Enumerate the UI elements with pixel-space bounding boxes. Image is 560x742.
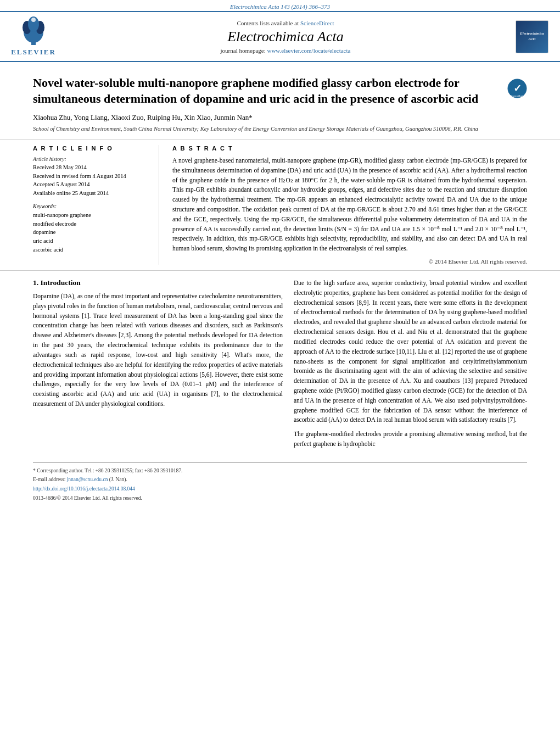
abstract-header: A B S T R A C T bbox=[172, 145, 527, 152]
keywords-section: Keywords: multi-nanopore graphene modifi… bbox=[33, 203, 151, 254]
elsevier-wordmark: ELSEVIER bbox=[11, 48, 56, 57]
journal-logo-box: ElectrochimicaActa bbox=[516, 20, 548, 53]
svg-text:CrossMark: CrossMark bbox=[511, 94, 524, 98]
left-body-column: 1. Introduction Dopamine (DA), as one of… bbox=[33, 278, 283, 454]
abstract-text: A novel graphene-based nanomaterial, mul… bbox=[172, 156, 527, 254]
svg-text:✓: ✓ bbox=[513, 83, 522, 94]
intro-paragraph-1: Dopamine (DA), as one of the most import… bbox=[33, 292, 283, 409]
homepage-label: journal homepage: bbox=[221, 47, 267, 54]
copyright-line: © 2014 Elsevier Ltd. All rights reserved… bbox=[172, 258, 527, 265]
accepted-date: Accepted 5 August 2014 bbox=[33, 180, 151, 189]
journal-header-center: Contents lists available at ScienceDirec… bbox=[64, 20, 507, 54]
article-info-panel: A R T I C L E I N F O Article history: R… bbox=[33, 145, 159, 265]
crossmark-logo: ✓ CrossMark bbox=[507, 79, 527, 98]
article-history-group: Article history: Received 28 May 2014 Re… bbox=[33, 156, 151, 198]
contents-available-line: Contents lists available at ScienceDirec… bbox=[64, 20, 507, 26]
issn-line: 0013-4686/© 2014 Elsevier Ltd. All right… bbox=[33, 495, 527, 502]
keywords-label: Keywords: bbox=[33, 203, 151, 209]
journal-header: ELSEVIER Contents lists available at Sci… bbox=[0, 11, 560, 62]
history-label: Article history: bbox=[33, 156, 151, 162]
abstract-panel: A B S T R A C T A novel graphene-based n… bbox=[170, 145, 527, 265]
elsevier-logo: ELSEVIER bbox=[9, 16, 58, 57]
keyword-1: multi-nanopore graphene bbox=[33, 211, 151, 220]
keyword-3: dopamine bbox=[33, 228, 151, 237]
keyword-4: uric acid bbox=[33, 237, 151, 246]
article-info-header: A R T I C L E I N F O bbox=[33, 145, 151, 152]
journal-title: Electrochimica Acta bbox=[64, 29, 507, 45]
email-line: E-mail address: jnnan@scnu.edu.cn (J. Na… bbox=[33, 476, 527, 483]
sciencedirect-link[interactable]: ScienceDirect bbox=[300, 20, 334, 26]
article-title-section: Novel water-soluble multi-nanopore graph… bbox=[33, 75, 501, 133]
doi-link[interactable]: http://dx.doi.org/10.1016/j.electacta.20… bbox=[33, 486, 135, 492]
intro-paragraph-2: Due to the high surface area, superior c… bbox=[294, 278, 527, 425]
article-authors: Xiaohua Zhu, Yong Liang, Xiaoxi Zuo, Rui… bbox=[33, 113, 501, 122]
email-link[interactable]: jnnan@scnu.edu.cn bbox=[67, 477, 108, 482]
keyword-2: modified electrode bbox=[33, 220, 151, 228]
svg-point-5 bbox=[31, 18, 36, 22]
journal-logo: ElectrochimicaActa bbox=[513, 20, 551, 53]
authors-text: Xiaohua Zhu, Yong Liang, Xiaoxi Zuo, Rui… bbox=[33, 113, 253, 121]
keyword-5: ascorbic acid bbox=[33, 246, 151, 254]
footer: * Corresponding author. Tel.: +86 20 393… bbox=[33, 462, 527, 502]
article-header: Novel water-soluble multi-nanopore graph… bbox=[0, 62, 560, 140]
crossmark-icon: ✓ CrossMark bbox=[507, 79, 527, 98]
article-title: Novel water-soluble multi-nanopore graph… bbox=[33, 75, 501, 107]
email-suffix: (J. Nan). bbox=[109, 477, 127, 482]
right-body-column: Due to the high surface area, superior c… bbox=[294, 278, 527, 454]
intro-section-title: 1. Introduction bbox=[33, 278, 283, 287]
section-title-text: Introduction bbox=[41, 278, 81, 287]
article-affiliation: School of Chemistry and Environment, Sou… bbox=[33, 125, 501, 133]
homepage-url[interactable]: www.elsevier.com/locate/electacta bbox=[267, 47, 350, 54]
article-info-abstract-section: A R T I C L E I N F O Article history: R… bbox=[0, 140, 560, 271]
section-number: 1. bbox=[33, 278, 41, 287]
revised-date: Received in revised form 4 August 2014 bbox=[33, 172, 151, 181]
elsevier-tree-icon bbox=[17, 16, 50, 47]
doi-line: http://dx.doi.org/10.1016/j.electacta.20… bbox=[33, 486, 527, 493]
homepage-line: journal homepage: www.elsevier.com/locat… bbox=[64, 47, 507, 54]
body-section: 1. Introduction Dopamine (DA), as one of… bbox=[0, 271, 560, 454]
received-date: Received 28 May 2014 bbox=[33, 163, 151, 172]
journal-ref-text: Electrochimica Acta 143 (2014) 366–373 bbox=[230, 3, 330, 10]
email-label: E-mail address: bbox=[33, 477, 65, 482]
contents-label: Contents lists available at bbox=[237, 20, 300, 26]
footnote-star: * Corresponding author. Tel.: +86 20 393… bbox=[33, 467, 527, 475]
journal-reference-bar: Electrochimica Acta 143 (2014) 366–373 bbox=[0, 0, 560, 11]
intro-paragraph-3: The graphene-modified electrodes provide… bbox=[294, 429, 527, 449]
journal-logo-text: ElectrochimicaActa bbox=[519, 30, 545, 42]
available-date: Available online 25 August 2014 bbox=[33, 189, 151, 198]
